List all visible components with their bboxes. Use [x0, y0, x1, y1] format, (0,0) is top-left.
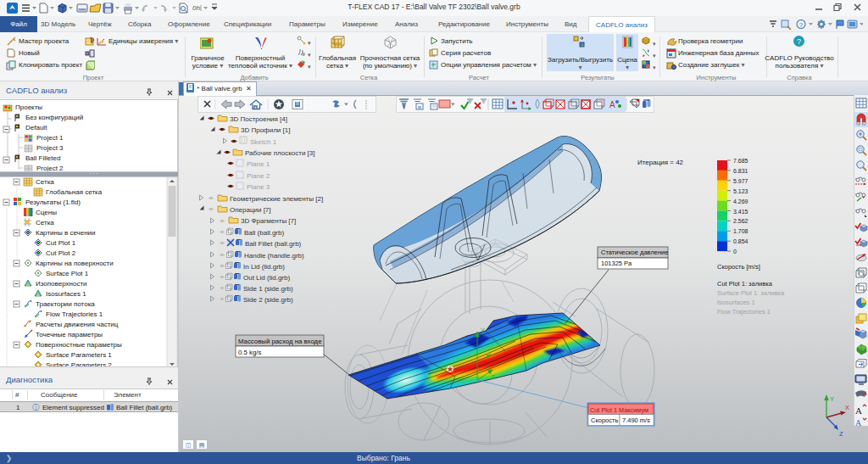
svg-text:7.490 m/s: 7.490 m/s — [622, 416, 650, 424]
svg-text:Project 2: Project 2 — [36, 165, 64, 172]
svg-text:Ball Filleted: Ball Filleted — [25, 154, 60, 162]
svg-text:Flow Trajectories 1: Flow Trajectories 1 — [717, 308, 771, 316]
svg-text:Без конфигураций: Без конфигураций — [25, 114, 83, 121]
svg-text:Картины на поверхности: Картины на поверхности — [36, 260, 114, 267]
svg-text:Операции [7]: Операции [7] — [230, 206, 271, 214]
svg-text:7.685: 7.685 — [733, 158, 748, 164]
svg-text:Surface Parameters 2: Surface Parameters 2 — [46, 361, 112, 367]
svg-text:Z: Z — [839, 430, 843, 438]
svg-text:Project 3: Project 3 — [36, 144, 64, 152]
svg-text:Картины в сечении: Картины в сечении — [36, 229, 96, 237]
svg-text:Plane 3: Plane 3 — [247, 183, 270, 191]
svg-text:Статическое давление: Статическое давление — [601, 249, 668, 256]
svg-text:Сетка: Сетка — [36, 178, 54, 186]
svg-text:Сцены: Сцены — [36, 209, 57, 216]
svg-text:Cut Plot 1: заливка: Cut Plot 1: заливка — [717, 280, 773, 288]
svg-text:Результаты (1.fld): Результаты (1.fld) — [25, 198, 81, 206]
svg-text:Side 2 (side.grb): Side 2 (side.grb) — [243, 296, 293, 304]
svg-text:Итерация = 42: Итерация = 42 — [637, 159, 684, 166]
svg-text:A: A — [609, 100, 615, 109]
svg-text:0: 0 — [733, 249, 737, 254]
svg-text:3.415: 3.415 — [733, 209, 748, 215]
svg-text:Ball Fillet (ball.grb): Ball Fillet (ball.grb) — [245, 240, 302, 248]
svg-text:Plane 2: Plane 2 — [247, 172, 270, 180]
svg-text:A: A — [855, 405, 862, 416]
svg-text:Surface Parameters 1: Surface Parameters 1 — [46, 351, 112, 359]
svg-text:In Lid (lid.grb): In Lid (lid.grb) — [243, 263, 285, 271]
svg-text:5.977: 5.977 — [733, 178, 748, 184]
svg-text:101325 Pa: 101325 Pa — [601, 260, 632, 267]
svg-text:0h: 0h — [192, 4, 200, 12]
svg-text:Y: Y — [481, 327, 485, 334]
svg-text:Out Lid (lid.grb): Out Lid (lid.grb) — [243, 274, 290, 282]
svg-text:?: ? — [797, 37, 801, 46]
svg-text:Cut Plot 2: Cut Plot 2 — [46, 249, 76, 257]
svg-text:Рабочие плоскости [3]: Рабочие плоскости [3] — [245, 149, 315, 157]
svg-text:6.831: 6.831 — [733, 168, 748, 174]
svg-text:Cut Plot 1: Cut Plot 1 — [46, 239, 76, 247]
svg-text:Handle (handle.grb): Handle (handle.grb) — [244, 252, 304, 260]
svg-text:Sketch 1: Sketch 1 — [250, 138, 277, 146]
svg-text:3D Построения [4]: 3D Построения [4] — [230, 115, 287, 123]
svg-text:Flow Trajectories 1: Flow Trajectories 1 — [46, 310, 103, 318]
svg-text:5.123: 5.123 — [733, 188, 748, 194]
svg-text:Surface Plot 1: Surface Plot 1 — [46, 270, 89, 277]
svg-text:Точечные параметры: Точечные параметры — [36, 331, 103, 338]
svg-text:Глобальная сетка: Глобальная сетка — [46, 188, 103, 196]
svg-text:X: X — [845, 404, 849, 411]
svg-text:Расчеты движения частиц: Расчеты движения частиц — [36, 321, 119, 328]
svg-text:Plane 1: Plane 1 — [247, 160, 270, 168]
svg-text:3D Фрагменты [7]: 3D Фрагменты [7] — [241, 217, 296, 225]
svg-text:Траектории потока: Траектории потока — [36, 300, 95, 308]
svg-text:2.562: 2.562 — [733, 218, 748, 224]
svg-text:0.854: 0.854 — [733, 238, 748, 244]
svg-text:Массовый расход на входе: Массовый расход на входе — [238, 338, 321, 345]
svg-text:4.269: 4.269 — [733, 198, 748, 204]
svg-text:Z: Z — [491, 373, 495, 381]
svg-text:Surface Plot 1: заливка: Surface Plot 1: заливка — [717, 289, 785, 297]
svg-text:Поверхностные параметры: Поверхностные параметры — [36, 341, 122, 349]
svg-text:A: A — [855, 418, 862, 426]
svg-text:Геометрические элементы [2]: Геометрические элементы [2] — [230, 195, 323, 203]
svg-text:Ball (ball.grb): Ball (ball.grb) — [244, 229, 284, 237]
svg-text:0.5 kg/s: 0.5 kg/s — [238, 349, 261, 356]
svg-text:1.708: 1.708 — [733, 228, 748, 234]
svg-text:Y: Y — [830, 395, 834, 403]
svg-text:Project 1: Project 1 — [36, 134, 64, 142]
svg-text:Скорость: Скорость — [591, 416, 618, 424]
svg-text:?: ? — [799, 21, 804, 29]
svg-text:Проекты: Проекты — [15, 103, 42, 111]
svg-text:Изоповерхности: Изоповерхности — [36, 280, 87, 288]
svg-text:Сетка: Сетка — [36, 219, 54, 226]
svg-text:Side 1 (side.grb): Side 1 (side.grb) — [243, 285, 293, 293]
svg-text:Isosurfaces 1: Isosurfaces 1 — [46, 290, 86, 298]
svg-text:Default: Default — [25, 124, 47, 131]
svg-text:Cut Plot 1 Максимум: Cut Plot 1 Максимум — [590, 406, 648, 414]
svg-text:Скорость [m/s]: Скорость [m/s] — [717, 263, 760, 271]
svg-text:3D Профили [1]: 3D Профили [1] — [241, 126, 290, 134]
svg-text:Isosurfaces 1: Isosurfaces 1 — [717, 299, 755, 306]
